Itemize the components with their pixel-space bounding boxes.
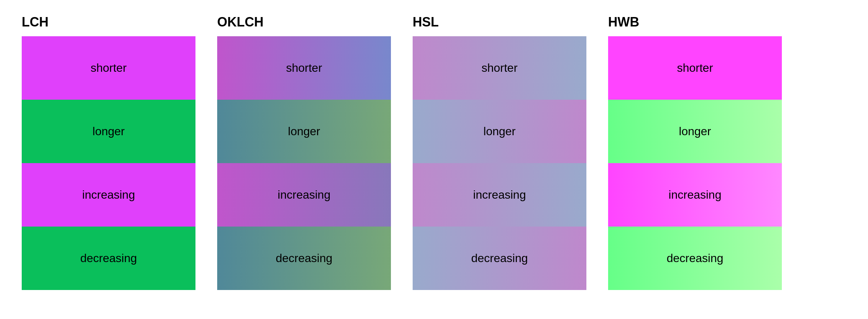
color-card-lch: shorterlongerincreasingdecreasing [22,36,195,290]
color-card-hwb: shorterlongerincreasingdecreasing [608,36,782,290]
group-oklch: OKLCHshorterlongerincreasingdecreasing [217,14,391,290]
page-container: LCHshorterlongerincreasingdecreasingOKLC… [22,14,782,290]
swatch-hwb-increasing: increasing [608,163,782,227]
swatch-oklch-increasing: increasing [217,163,391,227]
swatch-label-hwb-shorter: shorter [677,61,713,75]
swatch-label-hsl-shorter: shorter [481,61,518,75]
swatch-label-oklch-decreasing: decreasing [276,252,333,265]
swatch-oklch-longer: longer [217,100,391,163]
swatch-hsl-increasing: increasing [413,163,586,227]
swatch-label-lch-decreasing: decreasing [80,252,137,265]
color-card-oklch: shorterlongerincreasingdecreasing [217,36,391,290]
group-title-hwb: HWB [608,14,639,30]
group-hsl: HSLshorterlongerincreasingdecreasing [413,14,586,290]
swatch-hsl-longer: longer [413,100,586,163]
swatch-label-oklch-shorter: shorter [286,61,322,75]
swatch-hwb-longer: longer [608,100,782,163]
group-title-lch: LCH [22,14,49,30]
swatch-label-hwb-increasing: increasing [669,188,721,202]
swatch-label-oklch-longer: longer [288,125,320,138]
swatch-label-lch-longer: longer [93,125,125,138]
swatch-oklch-decreasing: decreasing [217,227,391,290]
swatch-label-lch-shorter: shorter [90,61,127,75]
swatch-lch-shorter: shorter [22,36,195,100]
swatch-lch-decreasing: decreasing [22,227,195,290]
group-lch: LCHshorterlongerincreasingdecreasing [22,14,195,290]
swatch-label-hwb-longer: longer [679,125,711,138]
color-card-hsl: shorterlongerincreasingdecreasing [413,36,586,290]
swatch-label-hwb-decreasing: decreasing [667,252,724,265]
swatch-oklch-shorter: shorter [217,36,391,100]
swatch-hsl-shorter: shorter [413,36,586,100]
group-title-hsl: HSL [413,14,439,30]
swatch-hsl-decreasing: decreasing [413,227,586,290]
swatch-label-hsl-decreasing: decreasing [471,252,528,265]
swatch-hwb-shorter: shorter [608,36,782,100]
swatch-lch-longer: longer [22,100,195,163]
swatch-lch-increasing: increasing [22,163,195,227]
swatch-label-hsl-increasing: increasing [473,188,526,202]
swatch-label-oklch-increasing: increasing [278,188,330,202]
swatch-label-hsl-longer: longer [484,125,516,138]
swatch-hwb-decreasing: decreasing [608,227,782,290]
group-hwb: HWBshorterlongerincreasingdecreasing [608,14,782,290]
group-title-oklch: OKLCH [217,14,264,30]
swatch-label-lch-increasing: increasing [82,188,135,202]
